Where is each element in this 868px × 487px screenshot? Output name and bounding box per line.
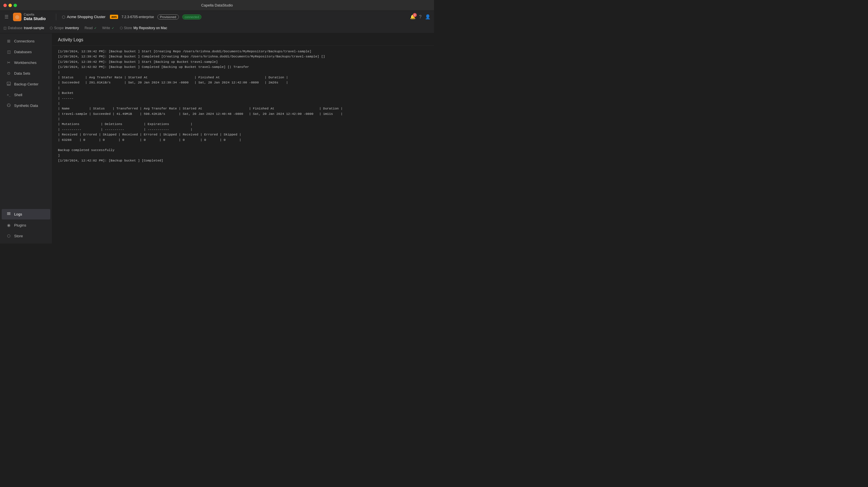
header-top: ☰ ◎ Capella Data Studio ⬡ Acme Shopping … xyxy=(0,11,434,23)
cluster-name: Acme Shopping Cluster xyxy=(67,15,106,19)
logs-icon xyxy=(6,212,11,217)
header: ☰ ◎ Capella Data Studio ⬡ Acme Shopping … xyxy=(0,11,434,33)
database-icon: ◫ xyxy=(3,26,6,30)
sidebar-item-shell[interactable]: >_ Shell xyxy=(2,90,50,100)
svg-point-6 xyxy=(8,106,8,106)
scope-meta: ⬡ Scope inventory xyxy=(50,26,79,30)
write-check-icon: ✓ xyxy=(112,26,114,30)
sidebar-item-synthetic-data[interactable]: Synthetic Data xyxy=(2,101,50,111)
sidebar-item-workbenches[interactable]: ✂ Workbenches xyxy=(2,57,50,67)
svg-rect-1 xyxy=(7,85,10,85)
database-value: travel-sample xyxy=(24,26,44,30)
scope-label: Scope xyxy=(54,26,64,30)
sidebar-label-workbenches: Workbenches xyxy=(14,60,36,65)
scope-value: inventory xyxy=(65,26,79,30)
read-meta: Read ✓ xyxy=(85,26,97,30)
menu-button[interactable]: ☰ xyxy=(3,13,10,21)
shell-icon: >_ xyxy=(6,93,11,97)
header-bottom: ◫ Database travel-sample ⬡ Scope invento… xyxy=(0,23,434,33)
logo-area: ◎ Capella Data Studio xyxy=(13,13,46,21)
user-button[interactable]: 👤 xyxy=(425,14,431,20)
sidebar-item-plugins[interactable]: ◉ Plugins xyxy=(2,220,50,230)
header-divider xyxy=(56,13,56,20)
sidebar-label-synthetic-data: Synthetic Data xyxy=(14,104,38,108)
sidebar-item-datasets[interactable]: ⊙ Data Sets xyxy=(2,68,50,78)
datasets-icon: ⊙ xyxy=(6,71,11,76)
close-button[interactable] xyxy=(3,4,7,7)
sidebar-label-databases: Databases xyxy=(14,50,32,54)
log-output: [1/20/2024, 12:39:42 PM]: [Backup bucket… xyxy=(52,46,434,244)
store-label: Store xyxy=(124,26,132,30)
svg-rect-7 xyxy=(7,212,10,213)
store-sidebar-icon: ⬡ xyxy=(6,234,11,238)
sidebar-label-connections: Connections xyxy=(14,39,34,43)
sidebar-label-logs: Logs xyxy=(14,212,22,216)
svg-point-2 xyxy=(8,83,9,84)
scope-icon: ⬡ xyxy=(50,26,53,30)
notifications-button[interactable]: 🔔 2 xyxy=(410,14,415,20)
notification-count: 2 xyxy=(413,13,417,17)
sidebar-item-connections[interactable]: ⊞ Connections xyxy=(2,36,50,46)
main-layout: ⊞ Connections ◫ Databases ✂ Workbenches … xyxy=(0,33,434,244)
cluster-icon: ⬡ xyxy=(62,15,65,19)
sidebar-item-backup-center[interactable]: Backup Center xyxy=(2,79,50,89)
version-text: 7.2.3-6705-enterprise xyxy=(122,15,154,19)
sidebar-label-store: Store xyxy=(14,234,23,238)
svg-rect-9 xyxy=(7,214,10,215)
store-icon: ⬡ xyxy=(120,26,123,30)
workbenches-icon: ✂ xyxy=(6,60,11,65)
sidebar-label-backup-center: Backup Center xyxy=(14,82,38,86)
logo-text: Capella Data Studio xyxy=(24,13,46,21)
svg-point-4 xyxy=(8,104,9,105)
sidebar-spacer xyxy=(0,111,52,209)
connections-icon: ⊞ xyxy=(6,39,11,43)
store-value: My Repository on Mac xyxy=(133,26,167,30)
read-check-icon: ✓ xyxy=(94,26,97,30)
svg-rect-8 xyxy=(7,213,10,214)
sidebar-label-datasets: Data Sets xyxy=(14,71,30,76)
help-button[interactable]: ? xyxy=(419,15,422,20)
header-actions: 🔔 2 ? 👤 xyxy=(410,14,431,20)
connected-badge: connected xyxy=(182,15,202,20)
database-meta: ◫ Database travel-sample xyxy=(3,26,44,30)
logo-bottom: Data Studio xyxy=(24,17,46,21)
store-meta: ⬡ Store My Repository on Mac xyxy=(120,26,167,30)
synthetic-data-icon xyxy=(6,103,11,108)
sidebar-label-plugins: Plugins xyxy=(14,223,26,227)
sidebar-label-shell: Shell xyxy=(14,93,22,97)
content-area: Activity Logs [1/20/2024, 12:39:42 PM]: … xyxy=(52,33,434,244)
read-label: Read xyxy=(85,26,93,30)
backup-icon xyxy=(6,82,11,87)
database-label: Database xyxy=(8,26,22,30)
sidebar-item-store[interactable]: ⬡ Store xyxy=(2,231,50,241)
cluster-info: ⬡ Acme Shopping Cluster xyxy=(62,15,106,19)
logo-icon: ◎ xyxy=(13,13,22,21)
titlebar: Capella DataStudio xyxy=(0,0,434,11)
app-title: Capella DataStudio xyxy=(201,3,233,7)
databases-icon: ◫ xyxy=(6,50,11,54)
aws-badge: aws xyxy=(110,15,118,19)
page-title: Activity Logs xyxy=(52,33,434,46)
sidebar-item-logs[interactable]: Logs xyxy=(2,209,50,220)
plugins-icon: ◉ xyxy=(6,223,11,227)
maximize-button[interactable] xyxy=(13,4,17,7)
sidebar-item-databases[interactable]: ◫ Databases xyxy=(2,47,50,57)
svg-point-5 xyxy=(9,106,10,106)
write-label: Write xyxy=(102,26,110,30)
provisioned-badge: Provisioned xyxy=(157,15,179,20)
write-meta: Write ✓ xyxy=(102,26,114,30)
minimize-button[interactable] xyxy=(8,4,12,7)
traffic-lights xyxy=(3,4,17,7)
sidebar: ⊞ Connections ◫ Databases ✂ Workbenches … xyxy=(0,33,52,244)
logo-top: Capella xyxy=(24,13,46,17)
